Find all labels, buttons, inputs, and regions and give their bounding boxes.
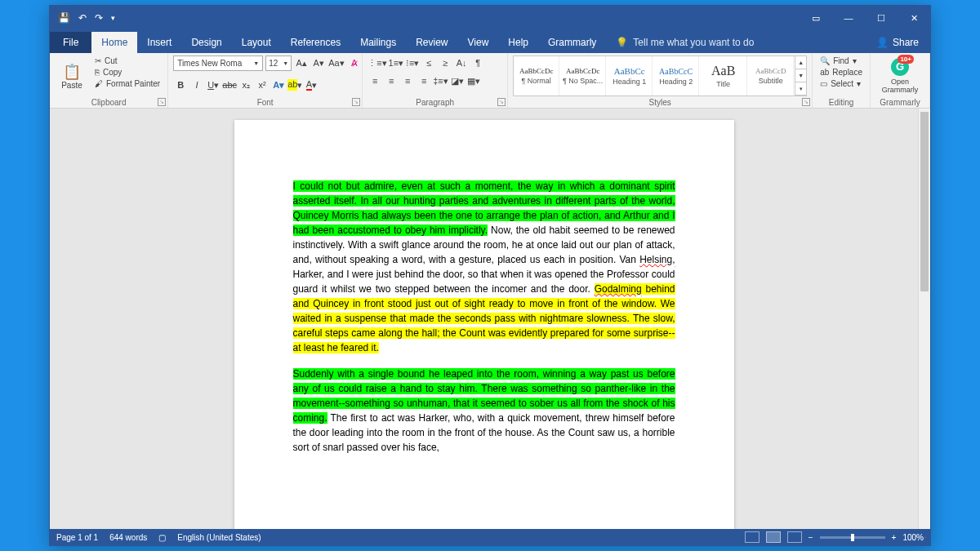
close-button[interactable]: ✕ [898, 6, 930, 30]
borders-button[interactable]: ▦▾ [466, 73, 481, 88]
paragraph-2[interactable]: Suddenly with a single bound he leaped i… [293, 367, 675, 455]
status-language[interactable]: English (United States) [177, 533, 261, 542]
superscript-button[interactable]: x² [255, 78, 270, 92]
style-item[interactable]: AaBbCcDSubtitle [748, 56, 794, 96]
style-preview: AaBbCc [614, 66, 645, 76]
justify-button[interactable]: ≡ [416, 73, 431, 88]
font-name-combo[interactable]: Times New Roma▼ [173, 56, 263, 71]
scrollbar-thumb[interactable] [920, 112, 929, 291]
style-item[interactable]: AaBbCcHeading 1 [607, 56, 653, 96]
highlight-button[interactable]: ab▾ [287, 78, 302, 92]
font-size-combo[interactable]: 12▼ [265, 56, 292, 71]
document-scroll[interactable]: I could not but admire, even at such a m… [50, 109, 918, 529]
tab-view[interactable]: View [458, 32, 499, 53]
style-preview: AaB [711, 64, 735, 78]
line-spacing-button[interactable]: ‡≡▾ [433, 73, 448, 88]
clear-formatting-button[interactable]: A̷ [347, 56, 362, 71]
redo-icon[interactable]: ↷ [95, 12, 103, 24]
shading-button[interactable]: ◪▾ [450, 73, 465, 88]
font-color-button[interactable]: A▾ [304, 78, 318, 92]
tab-home[interactable]: Home [91, 32, 137, 53]
zoom-in-button[interactable]: + [892, 533, 897, 542]
format-painter-label: Format Painter [106, 79, 160, 88]
tab-references[interactable]: References [281, 32, 350, 53]
print-layout-button[interactable] [766, 531, 781, 543]
paragraph-dialog-launcher[interactable]: ↘ [497, 98, 506, 106]
share-button[interactable]: 👤 Share [865, 32, 930, 53]
styles-dialog-launcher[interactable]: ↘ [802, 98, 810, 106]
status-word-count[interactable]: 644 words [109, 533, 147, 542]
gallery-expand-icon[interactable]: ▾ [795, 82, 806, 96]
align-left-button[interactable]: ≡ [368, 73, 382, 88]
numbering-button[interactable]: 1≡▾ [389, 56, 404, 70]
style-item[interactable]: AaBbCcDc¶ No Spac... [560, 56, 606, 96]
tab-grammarly[interactable]: Grammarly [538, 32, 606, 53]
sort-button[interactable]: A↓ [454, 56, 469, 70]
gallery-up-icon[interactable]: ▲ [795, 56, 806, 69]
multilevel-list-button[interactable]: ⁝≡▾ [405, 56, 420, 70]
qat-more-icon[interactable]: ▾ [111, 14, 115, 22]
read-mode-button[interactable] [745, 531, 760, 543]
status-proofing-icon[interactable]: ▢ [158, 533, 166, 542]
style-name: Subtitle [759, 77, 783, 85]
style-item[interactable]: AaBbCcCHeading 2 [653, 56, 699, 96]
style-item[interactable]: AaBTitle [700, 56, 747, 96]
maximize-button[interactable]: ☐ [865, 6, 898, 30]
replace-icon: ab [820, 68, 829, 77]
align-center-button[interactable]: ≡ [384, 73, 399, 88]
copy-button[interactable]: ⎘Copy [92, 67, 163, 78]
gallery-down-icon[interactable]: ▼ [795, 69, 806, 82]
paste-icon: 📋 [63, 63, 81, 81]
copy-icon: ⎘ [95, 68, 100, 77]
tab-mailings[interactable]: Mailings [350, 32, 406, 53]
vertical-scrollbar[interactable] [918, 109, 930, 529]
styles-gallery[interactable]: AaBbCcDc¶ NormalAaBbCcDc¶ No Spac...AaBb… [513, 56, 807, 96]
find-button[interactable]: 🔍Find ▾ [817, 56, 865, 66]
titlebar: 💾 ↶ ↷ ▾ ▭ — ☐ ✕ [50, 6, 930, 30]
show-marks-button[interactable]: ¶ [470, 56, 485, 70]
paragraph-1[interactable]: I could not but admire, even at such a m… [293, 179, 675, 355]
zoom-level[interactable]: 100% [902, 533, 924, 542]
tell-me-search[interactable]: 💡 Tell me what you want to do [606, 32, 764, 53]
styles-gallery-more[interactable]: ▲▼▾ [795, 56, 806, 96]
subscript-button[interactable]: x₂ [238, 78, 253, 92]
document-page[interactable]: I could not but admire, even at such a m… [234, 120, 734, 529]
increase-indent-button[interactable]: ≥ [438, 56, 452, 70]
tab-layout[interactable]: Layout [232, 32, 281, 53]
select-button[interactable]: ▭Select ▾ [817, 78, 865, 89]
text-effects-button[interactable]: A▾ [271, 78, 286, 92]
bold-button[interactable]: B [173, 78, 188, 92]
tab-design[interactable]: Design [181, 32, 231, 53]
undo-icon[interactable]: ↶ [78, 12, 87, 24]
status-page[interactable]: Page 1 of 1 [56, 533, 98, 542]
tab-file[interactable]: File [50, 32, 91, 53]
open-grammarly-button[interactable]: G10+ Open Grammarly [875, 56, 924, 96]
style-name: Heading 2 [659, 78, 693, 86]
shrink-font-button[interactable]: A▾ [311, 56, 326, 71]
cut-button[interactable]: ✂Cut [92, 56, 163, 66]
paste-button[interactable]: 📋 Paste [55, 56, 89, 96]
tab-help[interactable]: Help [498, 32, 538, 53]
ribbon-display-options-icon[interactable]: ▭ [800, 6, 832, 30]
web-layout-button[interactable] [787, 531, 802, 543]
change-case-button[interactable]: Aa▾ [328, 56, 344, 71]
minimize-button[interactable]: — [832, 6, 865, 30]
collapse-ribbon-button[interactable]: ⌃ [922, 535, 929, 544]
style-item[interactable]: AaBbCcDc¶ Normal [514, 56, 559, 96]
tab-insert[interactable]: Insert [137, 32, 181, 53]
font-dialog-launcher[interactable]: ↘ [352, 98, 360, 106]
zoom-slider[interactable] [820, 536, 885, 539]
save-icon[interactable]: 💾 [58, 12, 70, 24]
grow-font-button[interactable]: A▴ [294, 56, 309, 71]
format-painter-button[interactable]: 🖌Format Painter [92, 78, 163, 89]
replace-button[interactable]: abReplace [817, 67, 865, 78]
clipboard-dialog-launcher[interactable]: ↘ [158, 98, 166, 106]
underline-button[interactable]: U▾ [206, 78, 220, 92]
bullets-button[interactable]: ⋮≡▾ [368, 56, 386, 70]
decrease-indent-button[interactable]: ≤ [421, 56, 436, 70]
tab-review[interactable]: Review [406, 32, 457, 53]
strikethrough-button[interactable]: abc [222, 78, 237, 92]
italic-button[interactable]: I [189, 78, 204, 92]
zoom-out-button[interactable]: − [808, 533, 813, 542]
align-right-button[interactable]: ≡ [400, 73, 415, 88]
